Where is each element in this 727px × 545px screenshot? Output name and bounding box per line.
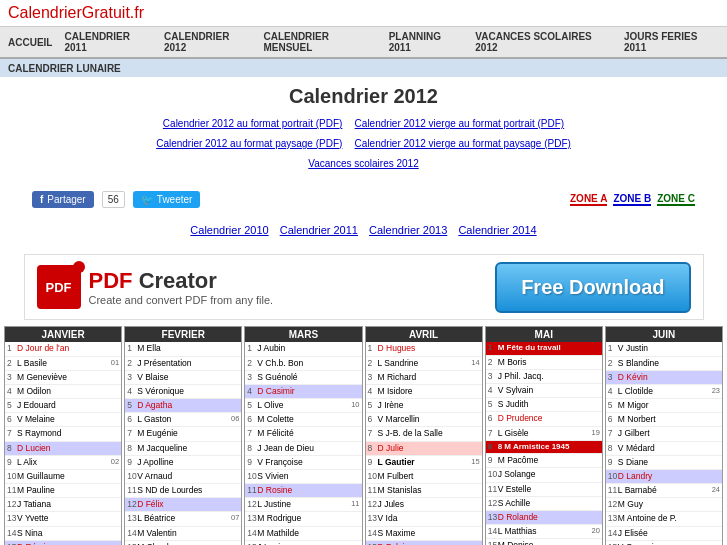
day-number: 10: [608, 470, 618, 483]
day-number: 2: [608, 357, 618, 370]
year-link-2013[interactable]: Calendrier 2013: [369, 224, 447, 236]
day-name: S Blandine: [618, 357, 720, 370]
sub-nav: CALENDRIER LUNAIRE: [0, 59, 727, 77]
day-number: 13: [488, 511, 498, 524]
day-row: 6D Prudence: [486, 412, 602, 426]
day-row: 12L Justine11: [245, 498, 361, 512]
month-header-juin: JUIN: [606, 327, 722, 342]
day-row: 6V Marcellin: [366, 413, 482, 427]
day-row: 12J Jules: [366, 498, 482, 512]
banner-left: PDF PDF Creator Create and convert PDF f…: [37, 265, 274, 309]
day-number: 8: [7, 442, 17, 455]
day-name: M Mathilde: [257, 527, 359, 540]
day-name: M Isidore: [378, 385, 480, 398]
fb-share-button[interactable]: f Partager: [32, 191, 94, 208]
day-number: 7: [7, 427, 17, 440]
day-name: M Geneviève: [17, 371, 119, 384]
day-name: V Melaine: [17, 413, 119, 426]
day-number: 7: [247, 427, 257, 440]
day-row: 15J Louise: [245, 541, 361, 545]
nav-item-calendrier-2012[interactable]: CALENDRIER 2012: [164, 31, 252, 53]
week-number: 07: [231, 512, 239, 525]
pdf-link-3[interactable]: Calendrier 2012 au format paysage (PDF): [156, 138, 342, 149]
month-header-janvier: JANVIER: [5, 327, 121, 342]
tweet-button[interactable]: 🐦 Tweeter: [133, 191, 201, 208]
week-number: 06: [231, 413, 239, 426]
day-name: M Félicité: [257, 427, 359, 440]
day-name: M Richard: [378, 371, 480, 384]
pdf-subtitle: Create and convert PDF from any file.: [89, 294, 274, 306]
calendar-section: JANVIER1D Jour de l'an2L Basile013M Gene…: [0, 326, 727, 545]
day-number: 6: [127, 413, 137, 426]
day-row: 15D Faleine: [366, 541, 482, 545]
day-name: D Rémi: [17, 541, 119, 545]
month-col-avril: AVRIL1D Hugues2L Sandrine143M Richard4M …: [365, 326, 483, 545]
day-number: 8: [488, 441, 498, 453]
day-number: 3: [127, 371, 137, 384]
day-name: J Louise: [257, 541, 359, 545]
day-row: 7L Gisèle19: [486, 427, 602, 441]
nav-item-planning-2011[interactable]: PLANNING 2011: [389, 31, 464, 53]
day-name: M Fulbert: [378, 470, 480, 483]
nav-item-vacances-scolaires-2012[interactable]: VACANCES SCOLAIRES 2012: [475, 31, 612, 53]
day-name: M Migor: [618, 399, 720, 412]
day-number: 4: [488, 384, 498, 397]
day-name: V Yvette: [17, 512, 119, 525]
day-row: 7J Gilbert: [606, 427, 722, 441]
day-row: 1V Justin: [606, 342, 722, 356]
day-name: M Colette: [257, 413, 359, 426]
day-row: 4S Véronique: [125, 385, 241, 399]
day-row: 4M Isidore: [366, 385, 482, 399]
nav-item-calendrier-mensuel[interactable]: CALENDRIER MENSUEL: [263, 31, 376, 53]
day-number: 9: [247, 456, 257, 469]
day-row: 3M Richard: [366, 371, 482, 385]
day-number: 5: [127, 399, 137, 412]
day-name: S Raymond: [17, 427, 119, 440]
day-row: 6L Gaston06: [125, 413, 241, 427]
pdf-link-1[interactable]: Calendrier 2012 au format portrait (PDF): [163, 118, 343, 129]
nav-item-calendrier-2011[interactable]: CALENDRIER 2011: [64, 31, 152, 53]
day-name: S Nina: [17, 527, 119, 540]
day-name: V Ida: [378, 512, 480, 525]
month-col-mai: MAI1M Fête du travail2M Boris3J Phil. Ja…: [485, 326, 603, 545]
pdf-creator-title: PDF Creator: [89, 268, 274, 294]
day-row: 15V Germaine: [606, 541, 722, 545]
day-name: S Judith: [498, 398, 600, 411]
day-row: 12M Guy: [606, 498, 722, 512]
day-number: 11: [7, 484, 17, 497]
day-name: L Alix: [17, 456, 111, 469]
day-row: 1D Hugues: [366, 342, 482, 356]
day-number: 7: [368, 427, 378, 440]
year-link-2011[interactable]: Calendrier 2011: [280, 224, 358, 236]
vacances-link[interactable]: Vacances scolaires 2012: [308, 158, 418, 169]
sub-nav-link[interactable]: CALENDRIER LUNAIRE: [8, 63, 121, 74]
day-row: 3S Guénolé: [245, 371, 361, 385]
day-number: 7: [127, 427, 137, 440]
day-row: 7S J-B. de la Salle: [366, 427, 482, 441]
day-number: 12: [488, 497, 498, 510]
day-row: 5J Edouard: [5, 399, 121, 413]
day-row: 10M Fulbert: [366, 470, 482, 484]
day-row: 11S ND de Lourdes: [125, 484, 241, 498]
day-number: 11: [608, 484, 618, 497]
year-link-2010[interactable]: Calendrier 2010: [190, 224, 268, 236]
nav-item-accueil[interactable]: ACCUEIL: [8, 37, 52, 48]
zone-c-label: ZONE C: [657, 193, 695, 206]
day-row: 6M Colette: [245, 413, 361, 427]
pdf-link-2[interactable]: Calendrier 2012 vierge au format portrai…: [355, 118, 565, 129]
pdf-title-part1: PDF: [89, 268, 133, 293]
day-number: 1: [127, 342, 137, 355]
day-name: J Irène: [378, 399, 480, 412]
pdf-link-4[interactable]: Calendrier 2012 vierge au format paysage…: [355, 138, 571, 149]
day-row: 15M Denise: [486, 539, 602, 545]
day-number: 14: [127, 527, 137, 540]
year-link-2014[interactable]: Calendrier 2014: [458, 224, 536, 236]
day-number: 5: [368, 399, 378, 412]
free-download-button[interactable]: Free Download: [495, 262, 690, 313]
nav-item-jours-feries-2011[interactable]: JOURS FERIES 2011: [624, 31, 719, 53]
social-bar: f Partager 56 🐦 Tweeter: [24, 185, 208, 214]
day-number: 15: [247, 541, 257, 545]
logo-suffix: .fr: [130, 4, 144, 21]
day-row: 13V Yvette: [5, 512, 121, 526]
day-number: 8: [127, 442, 137, 455]
